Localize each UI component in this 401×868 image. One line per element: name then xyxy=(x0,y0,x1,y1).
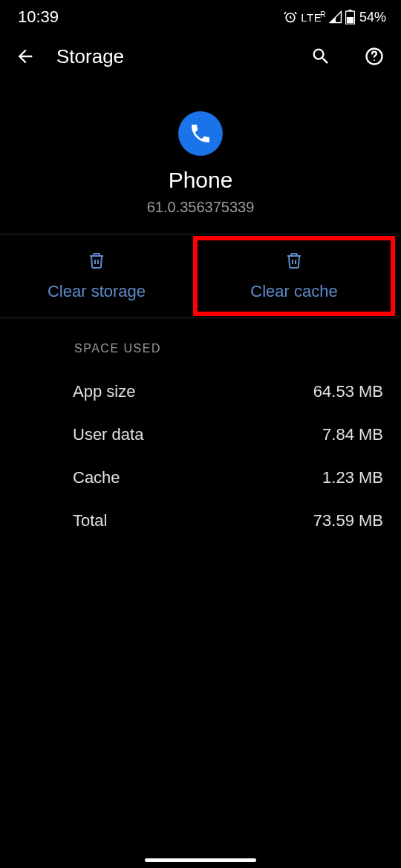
navigation-handle[interactable] xyxy=(145,858,256,862)
network-lte: LTER xyxy=(301,10,326,24)
row-label: Total xyxy=(73,511,107,530)
battery-percent: 54% xyxy=(359,10,386,25)
clear-storage-button[interactable]: Clear storage xyxy=(0,234,193,318)
clear-cache-label: Clear cache xyxy=(250,282,337,301)
app-version: 61.0.356375339 xyxy=(147,199,255,216)
status-time: 10:39 xyxy=(18,7,59,27)
help-button[interactable] xyxy=(362,45,386,68)
svg-rect-3 xyxy=(347,17,353,24)
clear-cache-button[interactable]: Clear cache xyxy=(193,236,395,316)
row-value: 1.23 MB xyxy=(322,468,383,487)
clear-storage-label: Clear storage xyxy=(48,282,146,301)
app-name: Phone xyxy=(169,168,233,193)
trash-icon xyxy=(88,251,105,273)
space-used-section: SPACE USED App size 64.53 MB User data 7… xyxy=(0,318,401,542)
row-label: Cache xyxy=(73,468,120,487)
app-info-header: Phone 61.0.356375339 xyxy=(0,82,401,234)
row-label: App size xyxy=(73,382,135,401)
back-button[interactable] xyxy=(15,46,36,67)
battery-icon xyxy=(345,10,355,24)
row-total: Total 73.59 MB xyxy=(73,499,383,542)
page-title: Storage xyxy=(56,45,279,68)
row-value: 7.84 MB xyxy=(322,425,383,444)
row-value: 73.59 MB xyxy=(313,511,383,530)
app-icon xyxy=(178,111,223,156)
row-user-data: User data 7.84 MB xyxy=(73,413,383,456)
row-label: User data xyxy=(73,425,143,444)
svg-rect-2 xyxy=(348,10,351,11)
row-cache: Cache 1.23 MB xyxy=(73,456,383,499)
signal-icon xyxy=(329,10,342,24)
app-bar: Storage xyxy=(0,31,401,82)
status-right: LTER 54% xyxy=(283,10,386,25)
search-button[interactable] xyxy=(309,45,333,68)
status-bar: 10:39 LTER 54% xyxy=(0,0,401,31)
row-app-size: App size 64.53 MB xyxy=(73,370,383,413)
svg-point-5 xyxy=(374,59,375,61)
trash-icon xyxy=(285,251,303,273)
row-value: 64.53 MB xyxy=(313,382,383,401)
action-row: Clear storage Clear cache xyxy=(0,234,401,318)
section-title: SPACE USED xyxy=(74,342,383,355)
alarm-icon xyxy=(283,10,298,24)
